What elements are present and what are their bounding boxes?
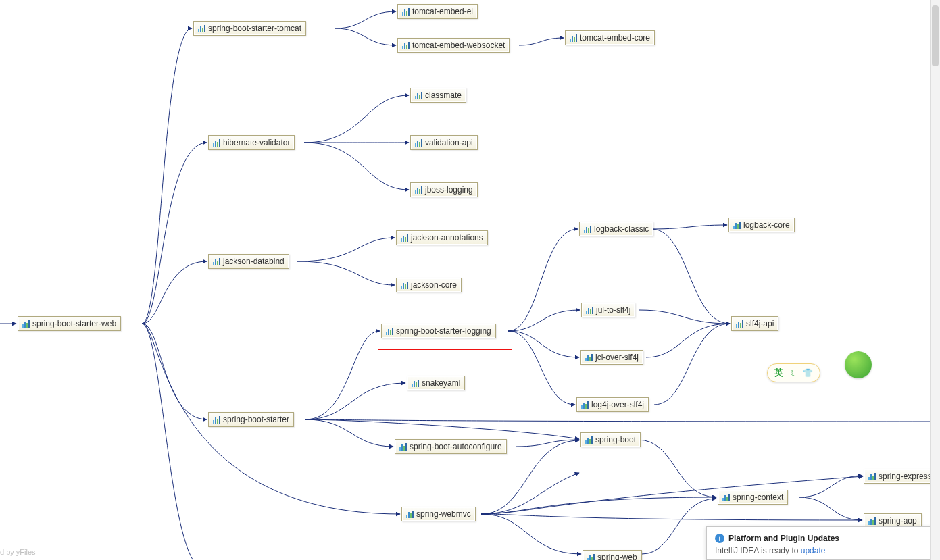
ime-label: 英 (774, 367, 785, 379)
module-icon (402, 7, 410, 16)
module-icon (581, 401, 589, 409)
node-label: logback-core (743, 220, 790, 230)
node-logback-classic[interactable]: logback-classic (579, 222, 653, 236)
node-label: spring-boot-starter (223, 415, 289, 424)
node-spring-boot-starter-tomcat[interactable]: spring-boot-starter-tomcat (193, 21, 306, 36)
vertical-scrollbar[interactable] (930, 0, 940, 560)
node-classmate[interactable]: classmate (410, 88, 466, 103)
node-tomcat-embed-el[interactable]: tomcat-embed-el (397, 4, 478, 19)
notification-body: IntelliJ IDEA is ready to update (715, 546, 931, 555)
node-label: jboss-logging (425, 185, 473, 195)
edges-layer (0, 0, 940, 560)
node-validation-api[interactable]: validation-api (410, 135, 478, 150)
node-spring-boot-starter[interactable]: spring-boot-starter (208, 412, 294, 427)
module-icon (868, 472, 876, 480)
module-icon (402, 41, 410, 49)
node-log4j-over-slf4j[interactable]: log4j-over-slf4j (576, 397, 649, 412)
node-jboss-logging[interactable]: jboss-logging (410, 182, 478, 197)
module-icon (415, 186, 422, 194)
node-spring-boot-starter-web[interactable]: spring-boot-starter-web (18, 316, 121, 331)
node-spring-context[interactable]: spring-context (718, 490, 788, 505)
module-icon (733, 221, 741, 229)
node-spring-boot-starter-logging[interactable]: spring-boot-starter-logging (381, 324, 496, 338)
notification-title: Platform and Plugin Updates (728, 534, 839, 543)
module-icon (584, 225, 591, 233)
node-label: spring-boot-starter-web (32, 319, 116, 328)
module-icon (412, 379, 419, 387)
module-icon (586, 306, 593, 314)
node-label: validation-api (425, 138, 473, 147)
node-label: spring-express (879, 472, 932, 481)
ide-notification-panel[interactable]: i Platform and Plugin Updates IntelliJ I… (706, 526, 940, 560)
ime-language-widget[interactable]: 英 ☾ 👕 (767, 363, 820, 382)
node-label: jul-to-slf4j (596, 305, 630, 315)
node-label: spring-boot (595, 435, 636, 444)
module-icon (868, 517, 876, 525)
node-label: tomcat-embed-el (412, 7, 473, 16)
node-jcl-over-slf4j[interactable]: jcl-over-slf4j (580, 350, 643, 365)
node-label: logback-classic (594, 224, 649, 234)
node-snakeyaml[interactable]: snakeyaml (407, 376, 465, 390)
module-icon (22, 320, 30, 328)
module-icon (587, 553, 595, 560)
module-icon (585, 353, 593, 361)
ime-shirt-icon: 👕 (803, 368, 813, 378)
highlight-underline (378, 349, 512, 350)
module-icon (415, 91, 422, 99)
node-logback-core[interactable]: logback-core (728, 218, 795, 232)
module-icon (399, 442, 407, 451)
node-label: spring-boot-starter-logging (396, 326, 491, 336)
node-label: jcl-over-slf4j (595, 353, 639, 362)
dependency-graph-canvas[interactable]: spring-boot-starter-web spring-boot-star… (0, 0, 940, 560)
node-label: spring-context (733, 492, 783, 502)
notification-text: IntelliJ IDEA is ready to (715, 546, 801, 555)
scrollbar-thumb[interactable] (932, 5, 939, 66)
module-icon (722, 493, 730, 501)
ime-mascot-icon (845, 351, 872, 378)
node-hibernate-validator[interactable]: hibernate-validator (208, 135, 295, 150)
node-label: spring-web (597, 553, 637, 560)
node-spring-expression[interactable]: spring-express (864, 469, 937, 484)
node-label: spring-aop (879, 516, 917, 526)
node-label: snakeyaml (422, 378, 460, 388)
node-jul-to-slf4j[interactable]: jul-to-slf4j (581, 303, 635, 317)
module-icon (570, 34, 577, 42)
node-jackson-databind[interactable]: jackson-databind (208, 254, 289, 269)
node-spring-webmvc[interactable]: spring-webmvc (401, 507, 476, 521)
module-icon (401, 234, 408, 242)
node-label: hibernate-validator (223, 138, 290, 147)
module-icon (736, 320, 743, 328)
module-icon (406, 510, 414, 518)
yfiles-watermark: d by yFiles (0, 548, 36, 556)
module-icon (213, 257, 220, 265)
module-icon (213, 138, 220, 147)
node-label: classmate (425, 91, 462, 100)
ime-moon-icon: ☾ (790, 368, 797, 378)
node-tomcat-embed-websocket[interactable]: tomcat-embed-websocket (397, 38, 510, 53)
node-slf4j-api[interactable]: slf4j-api (731, 316, 778, 331)
node-spring-boot-autoconfigure[interactable]: spring-boot-autoconfigure (395, 439, 507, 454)
node-label: tomcat-embed-websocket (412, 41, 505, 50)
node-jackson-core[interactable]: jackson-core (396, 278, 462, 292)
node-label: spring-boot-starter-tomcat (208, 24, 301, 33)
node-label: tomcat-embed-core (580, 33, 650, 43)
node-label: jackson-annotations (411, 233, 483, 243)
node-label: spring-webmvc (416, 509, 471, 519)
module-icon (585, 436, 593, 444)
node-jackson-annotations[interactable]: jackson-annotations (396, 230, 488, 245)
node-label: spring-boot-autoconfigure (410, 442, 502, 451)
notification-link[interactable]: update (801, 546, 826, 555)
node-label: jackson-databind (223, 257, 285, 266)
node-label: slf4j-api (746, 319, 774, 328)
info-icon: i (715, 534, 724, 543)
module-icon (415, 138, 422, 147)
module-icon (198, 24, 205, 32)
module-icon (386, 327, 393, 335)
module-icon (401, 281, 408, 289)
node-tomcat-embed-core[interactable]: tomcat-embed-core (565, 30, 655, 45)
node-spring-web[interactable]: spring-web (583, 550, 642, 560)
module-icon (213, 415, 220, 424)
node-label: log4j-over-slf4j (591, 400, 644, 409)
node-spring-boot[interactable]: spring-boot (580, 432, 641, 447)
node-label: jackson-core (411, 280, 457, 290)
